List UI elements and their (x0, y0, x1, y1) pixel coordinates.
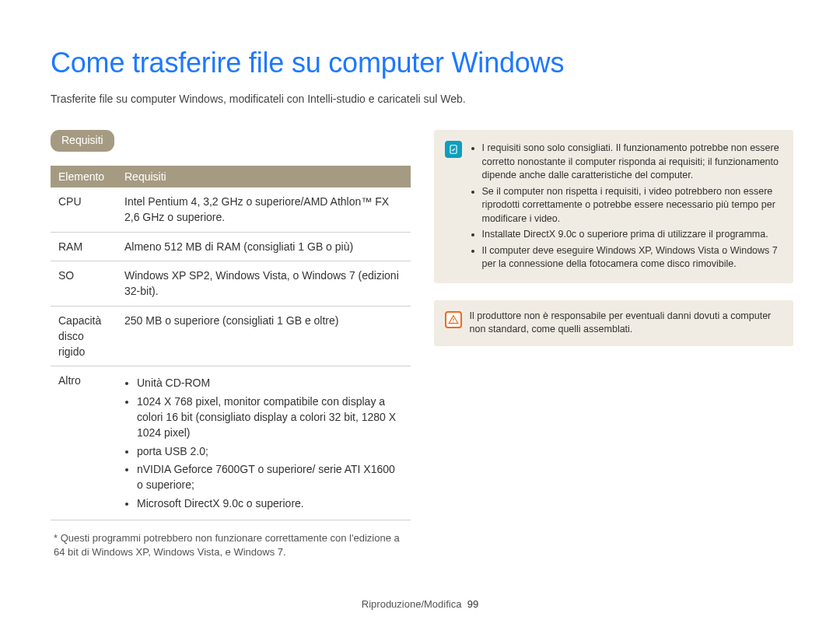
table-row: Capacità disco rigido 250 MB o superiore… (51, 306, 411, 366)
footer-section: Riproduzione/Modifica (362, 598, 462, 610)
info-note: I requisiti sono solo consigliati. Il fu… (434, 130, 794, 283)
footnote: * Questi programmi potrebbero non funzio… (51, 531, 411, 559)
list-item: Installate DirectX 9.0c o superiore prim… (482, 228, 783, 242)
warning-text: Il produttore non è responsabile per eve… (470, 310, 783, 337)
cell-label: Altro (51, 366, 117, 520)
list-item: porta USB 2.0; (137, 443, 403, 459)
footer-page-number: 99 (467, 598, 478, 610)
list-item: 1024 X 768 pixel, monitor compatibile co… (137, 394, 403, 441)
svg-point-2 (453, 321, 453, 322)
requirements-table: Elemento Requisiti CPU Intel Pentium 4, … (51, 166, 411, 520)
page-title: Come trasferire file su computer Windows (51, 43, 793, 83)
list-item: Unità CD-ROM (137, 375, 403, 391)
svg-rect-0 (450, 145, 456, 154)
page-footer: Riproduzione/Modifica 99 (0, 597, 840, 612)
list-item: Il computer deve eseguire Windows XP, Wi… (482, 244, 783, 271)
list-item: Microsoft DirectX 9.0c o superiore. (137, 496, 403, 511)
cell-label: RAM (51, 232, 117, 261)
warning-icon (445, 311, 462, 328)
cell-label: SO (51, 261, 117, 306)
list-item: nVIDIA Geforce 7600GT o superiore/ serie… (137, 461, 403, 493)
left-column: Requisiti Elemento Requisiti CPU Intel P… (51, 130, 411, 559)
list-item: I requisiti sono solo consigliati. Il fu… (482, 142, 783, 183)
cell-label: CPU (51, 187, 117, 232)
page-subtitle: Trasferite file su computer Windows, mod… (51, 91, 793, 107)
table-head-requisiti: Requisiti (117, 166, 411, 187)
cell-value: Unità CD-ROM 1024 X 768 pixel, monitor c… (117, 366, 411, 520)
cell-value: 250 MB o superiore (consigliati 1 GB e o… (117, 306, 411, 366)
cell-value: Intel Pentium 4, 3,2 GHz o superiore/AMD… (117, 187, 411, 232)
info-icon (445, 141, 462, 158)
warning-note: Il produttore non è responsabile per eve… (434, 300, 794, 346)
cell-label: Capacità disco rigido (51, 306, 117, 366)
table-row: Altro Unità CD-ROM 1024 X 768 pixel, mon… (51, 366, 411, 520)
requisiti-heading: Requisiti (51, 130, 114, 151)
cell-value: Almeno 512 MB di RAM (consigliati 1 GB o… (117, 232, 411, 261)
table-head-elemento: Elemento (51, 166, 117, 187)
table-row: RAM Almeno 512 MB di RAM (consigliati 1 … (51, 232, 411, 261)
right-column: I requisiti sono solo consigliati. Il fu… (434, 130, 794, 363)
list-item: Se il computer non rispetta i requisiti,… (482, 185, 783, 226)
cell-value: Windows XP SP2, Windows Vista, o Windows… (117, 261, 411, 306)
table-row: CPU Intel Pentium 4, 3,2 GHz o superiore… (51, 187, 411, 232)
table-row: SO Windows XP SP2, Windows Vista, o Wind… (51, 261, 411, 306)
